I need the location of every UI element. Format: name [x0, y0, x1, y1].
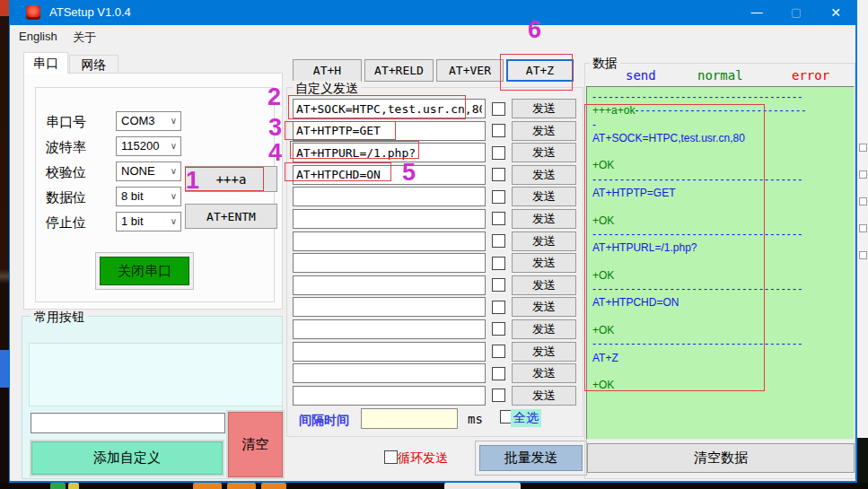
tab-serial-port[interactable]: 串口	[23, 52, 68, 74]
common-buttons-group: 添加自定义 清空	[22, 316, 283, 479]
send-button[interactable]: 发送	[512, 143, 576, 162]
row-select-checkbox[interactable]	[492, 146, 505, 160]
send-button[interactable]: 发送	[512, 363, 576, 383]
custom-command-input[interactable]	[293, 143, 486, 162]
baud-rate-label: 波特率	[46, 139, 109, 156]
custom-command-input[interactable]	[293, 319, 486, 339]
stop-bits-select[interactable]: 1 bit∨	[116, 212, 181, 231]
send-button[interactable]: 发送	[512, 209, 576, 229]
row-select-checkbox[interactable]	[492, 278, 505, 292]
close-serial-port-button[interactable]: 关闭串口	[100, 257, 189, 285]
row-select-checkbox[interactable]	[492, 212, 505, 225]
interval-unit-label: ms	[468, 412, 483, 426]
close-icon[interactable]: ✕	[816, 0, 855, 25]
custom-command-input[interactable]	[293, 275, 486, 295]
custom-command-input[interactable]	[293, 363, 486, 383]
row-select-checkbox[interactable]	[492, 190, 505, 204]
send-button[interactable]: 发送	[512, 275, 576, 295]
batch-send-frame: 批量发送	[475, 441, 587, 476]
row-select-checkbox[interactable]	[492, 345, 505, 358]
app-window: ATSetup V1.0.4 — ▢ ✕ English 关于 串口 网络 串口…	[9, 0, 857, 483]
parity-label: 校验位	[46, 164, 109, 181]
menu-item-english[interactable]: English	[13, 28, 63, 45]
custom-command-row: 发送	[293, 297, 576, 317]
baud-rate-select[interactable]: 115200∨	[116, 136, 181, 156]
log-line: +OK	[592, 159, 848, 172]
send-button[interactable]: 发送	[512, 231, 576, 251]
clear-data-button[interactable]: 清空数据	[587, 443, 855, 473]
chevron-down-icon: ∨	[171, 162, 177, 180]
custom-command-input[interactable]	[293, 209, 486, 229]
log-line: +OK	[592, 379, 848, 392]
loop-send-checkbox[interactable]	[384, 450, 398, 464]
custom-command-input[interactable]	[293, 165, 486, 185]
background-window-fragment	[859, 251, 867, 259]
custom-command-input[interactable]	[293, 121, 486, 141]
custom-command-input[interactable]	[293, 99, 486, 118]
log-line	[592, 145, 848, 159]
send-button[interactable]: 发送	[512, 253, 576, 273]
interval-time-label: 间隔时间	[299, 413, 349, 429]
com-port-select[interactable]: COM3∨	[116, 111, 181, 131]
log-line: --------------------------------------	[592, 283, 848, 296]
send-button[interactable]: 发送	[512, 187, 576, 206]
custom-command-input[interactable]	[293, 386, 486, 406]
taskbar-icon	[444, 483, 521, 489]
row-select-checkbox[interactable]	[492, 301, 505, 314]
at-ver-button[interactable]: AT+VER	[436, 59, 504, 82]
log-line: AT+HTPCHD=ON	[592, 296, 848, 310]
at-z-button[interactable]: AT+Z	[506, 59, 574, 82]
tab-network[interactable]: 网络	[69, 55, 118, 74]
log-line: +OK	[592, 269, 848, 283]
window-title: ATSetup V1.0.4	[49, 5, 131, 19]
custom-command-input[interactable]	[293, 342, 486, 362]
send-button[interactable]: 发送	[512, 165, 576, 185]
row-select-checkbox[interactable]	[492, 124, 505, 137]
row-select-checkbox[interactable]	[492, 257, 505, 270]
custom-command-input[interactable]	[293, 187, 486, 206]
row-select-checkbox[interactable]	[492, 234, 505, 248]
interval-time-input[interactable]	[361, 408, 458, 429]
send-button[interactable]: 发送	[512, 342, 576, 362]
at-entm-button[interactable]: AT+ENTM	[185, 204, 277, 229]
taskbar-icon	[50, 483, 66, 489]
background-window-fragment	[859, 170, 867, 179]
log-line	[592, 365, 848, 379]
parity-select[interactable]: NONE∨	[116, 162, 181, 181]
custom-command-row: 发送	[293, 253, 576, 273]
annotation-number-2: 2	[267, 85, 281, 109]
minimize-icon[interactable]: —	[737, 0, 776, 25]
data-bits-select[interactable]: 8 bit∨	[116, 187, 181, 206]
custom-command-input[interactable]	[293, 253, 486, 273]
log-line: --------------------------------------	[592, 228, 848, 241]
close-port-frame: 关闭串口	[95, 252, 194, 290]
custom-command-input[interactable]	[293, 297, 486, 317]
row-select-checkbox[interactable]	[492, 389, 505, 402]
row-select-checkbox[interactable]	[492, 168, 505, 181]
custom-command-row: 发送	[293, 386, 576, 406]
log-line: +OK	[592, 214, 848, 228]
row-select-checkbox[interactable]	[492, 322, 505, 336]
send-button[interactable]: 发送	[512, 386, 576, 406]
at-reld-button[interactable]: AT+RELD	[364, 59, 434, 82]
send-button[interactable]: 发送	[512, 99, 576, 118]
chevron-down-icon: ∨	[171, 213, 177, 231]
send-button[interactable]: 发送	[512, 297, 576, 317]
batch-send-button[interactable]: 批量发送	[479, 445, 583, 471]
log-line	[592, 200, 848, 214]
send-button[interactable]: 发送	[512, 121, 576, 141]
add-custom-button[interactable]: 添加自定义	[31, 441, 223, 475]
menu-item-about[interactable]: 关于	[67, 28, 101, 48]
clear-button[interactable]: 清空	[228, 412, 283, 477]
row-select-checkbox[interactable]	[492, 102, 505, 116]
background-window-fragment	[859, 224, 867, 232]
maximize-icon[interactable]: ▢	[776, 0, 816, 25]
new-command-input[interactable]	[31, 413, 225, 433]
log-line: AT+HTPTP=GET	[592, 187, 848, 200]
row-select-checkbox[interactable]	[492, 367, 505, 380]
title-bar[interactable]: ATSetup V1.0.4 — ▢ ✕	[10, 0, 855, 25]
at-h-button[interactable]: AT+H	[293, 59, 362, 82]
log-line	[592, 310, 848, 324]
custom-command-input[interactable]	[293, 231, 486, 251]
send-button[interactable]: 发送	[512, 319, 576, 339]
